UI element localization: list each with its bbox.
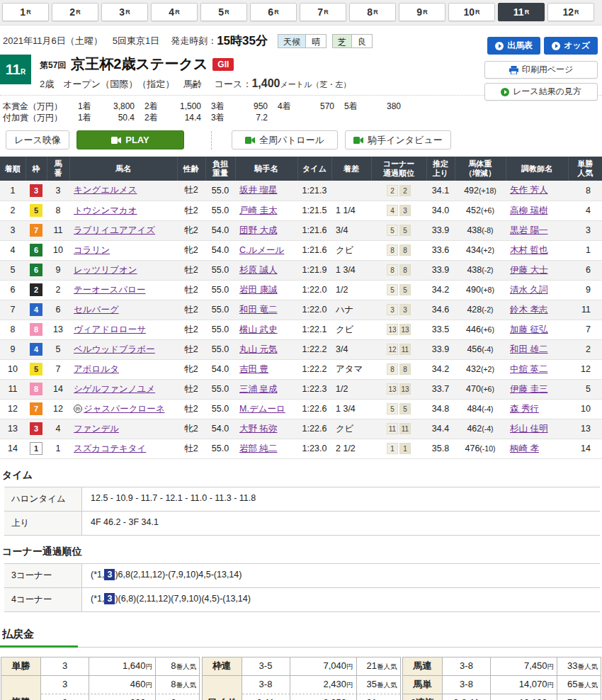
win-favorite-rank: 7 (568, 320, 602, 339)
race-number-box: 11 R (0, 55, 31, 84)
trainer-link[interactable]: 森 秀行 (510, 404, 539, 414)
trainer-link[interactable]: 伊藤 圭三 (510, 384, 547, 394)
prize-amount: 380 (368, 101, 401, 112)
race-tab[interactable]: 2 R (52, 3, 98, 21)
race-tab[interactable]: 7 R (300, 3, 346, 21)
payout-fav-cell: 21番人気 (357, 660, 400, 672)
chevron-right-icon (501, 88, 509, 96)
finish-position: 3 (0, 220, 25, 240)
race-tab[interactable]: 5 R (200, 3, 247, 21)
fav-suffix: 番人気 (176, 681, 197, 689)
horse-name-link[interactable]: レッツリブオン (74, 265, 137, 275)
corner4-position: 11 (399, 423, 411, 434)
horse-name-link[interactable]: ジャスパークローネ (84, 404, 165, 414)
horse-name-link[interactable]: セルバーグ (74, 305, 119, 315)
horse-name-link[interactable]: アポロルタ (74, 364, 119, 374)
race-tab-bar: 1 R 2 R 3 R 4 R 5 R 6 R 7 R (0, 0, 602, 26)
jockey-link[interactable]: 杉原 誠人 (239, 265, 277, 275)
payout-fav-rank: 31 (367, 697, 377, 700)
print-page-label: 印刷用ページ (522, 64, 574, 76)
trainer-link[interactable]: 柄崎 孝 (510, 444, 539, 453)
prize-place: 4着 (278, 101, 302, 112)
trainer-link[interactable]: 矢作 芳人 (510, 185, 547, 195)
race-tab[interactable]: 4 R (151, 3, 198, 21)
trainer-link[interactable]: 高柳 瑞樹 (510, 205, 547, 215)
race-tab[interactable]: 8 R (349, 3, 396, 21)
race-tab[interactable]: 11 R (498, 3, 545, 21)
horse-number: 14 (47, 379, 69, 399)
horse-name-cell: キングエルメス (69, 181, 177, 201)
horse-name-link[interactable]: ヴィアドロローサ (74, 324, 146, 334)
jockey-link[interactable]: M.デムーロ (239, 404, 285, 414)
trainer-link[interactable]: 黒岩 陽一 (510, 225, 547, 235)
trainer-link[interactable]: 中舘 英二 (510, 364, 547, 374)
jockey-link[interactable]: 戸崎 圭太 (239, 205, 277, 215)
finish-time: 1:22.2 (297, 359, 331, 379)
horse-name-link[interactable]: テーオースパロー (74, 285, 145, 295)
jockey-link[interactable]: 和田 竜二 (239, 305, 277, 315)
jockey-link[interactable]: 団野 大成 (239, 225, 277, 235)
print-page-button[interactable]: 印刷用ページ (484, 61, 598, 79)
trainer-link[interactable]: 木村 哲也 (510, 245, 547, 255)
jockey-cell: 三浦 皇成 (235, 379, 297, 399)
horse-name-cell: テーオースパロー (69, 280, 177, 300)
trainer-link[interactable]: 清水 久詞 (510, 285, 547, 295)
trainer-cell: 清水 久詞 (506, 280, 568, 300)
jockey-link[interactable]: 吉田 豊 (239, 364, 268, 374)
trainer-link[interactable]: 和田 雄二 (510, 344, 547, 354)
winner-highlight: 3 (104, 569, 115, 580)
trainer-link[interactable]: 加藤 征弘 (510, 324, 547, 334)
odds-button[interactable]: オッズ (544, 37, 598, 55)
horse-name-cell: アポロルタ (69, 359, 177, 379)
race-tab[interactable]: 3 R (101, 3, 148, 21)
win-favorite-rank: 9 (568, 280, 602, 300)
payout-fav-rank: 8 (171, 679, 176, 689)
jockey-link[interactable]: 三浦 皇成 (239, 384, 277, 394)
jockey-link[interactable]: 坂井 瑠星 (239, 185, 277, 195)
race-tab[interactable]: 9 R (399, 3, 445, 21)
horse-name-link[interactable]: トウシンマカオ (74, 205, 137, 215)
jockey-link[interactable]: 大野 拓弥 (239, 424, 277, 434)
race-tab[interactable]: 1 R (2, 3, 49, 21)
win-favorite-rank: 12 (568, 359, 602, 379)
body-weight: 484 (467, 404, 482, 414)
trainer-link[interactable]: 杉山 佳明 (510, 424, 547, 434)
jockey-link[interactable]: 丸山 元気 (239, 344, 277, 354)
jockey-link[interactable]: 横山 武史 (239, 324, 277, 334)
horse-name-link[interactable]: ファンデル (74, 424, 119, 434)
horse-name-link[interactable]: シゲルファンノユメ (74, 384, 155, 394)
horse-name-link[interactable]: スズカコテキタイ (74, 444, 146, 453)
finish-time: 1:23.0 (297, 439, 331, 458)
entry-table-button[interactable]: 出馬表 (487, 37, 540, 55)
race-tab-number: 6 (268, 6, 273, 18)
jockey-cell: 岩田 康誠 (235, 280, 297, 300)
corner-row: 4コーナー (*1,3)(6,8)(2,11,12)(7,9,10)(4,5)-… (4, 588, 600, 612)
horse-name-link[interactable]: コラリン (74, 245, 110, 255)
jockey-link[interactable]: 岩田 康誠 (239, 285, 277, 295)
jockey-link[interactable]: C.ルメール (239, 245, 284, 255)
trainer-link[interactable]: 伊藤 大士 (510, 265, 547, 275)
result-row: 12 7 12 外ジャスパークローネ 牡2 55.0 M.デムーロ 1:22.6… (0, 399, 602, 419)
prize-amount: 570 (302, 101, 334, 112)
horse-name-link[interactable]: ラブリイユアアイズ (74, 225, 155, 235)
jockey-interview-button[interactable]: 騎手インタビュー (345, 130, 451, 149)
prize-amount: 50.4 (102, 112, 135, 123)
race-video-button[interactable]: レース映像 (6, 130, 69, 149)
horse-name-link[interactable]: ベルウッドブラボー (74, 344, 155, 354)
payout-heading: 払戻金 (2, 628, 602, 641)
horse-name-link[interactable]: キングエルメス (74, 185, 137, 195)
sex-age: 牝2 (177, 220, 205, 240)
sex-age: 牡2 (177, 339, 205, 359)
race-tab[interactable]: 10 R (448, 3, 495, 21)
weight-carried: 55.0 (205, 379, 235, 399)
grade-badge: GII (212, 58, 234, 71)
trainer-link[interactable]: 鈴木 孝志 (510, 305, 547, 315)
play-button[interactable]: PLAY (76, 130, 184, 149)
corner-order-cell: 1313 (371, 379, 426, 399)
jockey-link[interactable]: 岩部 純二 (239, 444, 277, 453)
patrol-video-button[interactable]: 全周パトロール (232, 130, 338, 149)
race-tab[interactable]: 12 R (547, 3, 594, 21)
race-tab[interactable]: 6 R (250, 3, 297, 21)
payout-amount: 460 (130, 679, 146, 689)
results-guide-button[interactable]: レース結果の見方 (484, 83, 598, 101)
